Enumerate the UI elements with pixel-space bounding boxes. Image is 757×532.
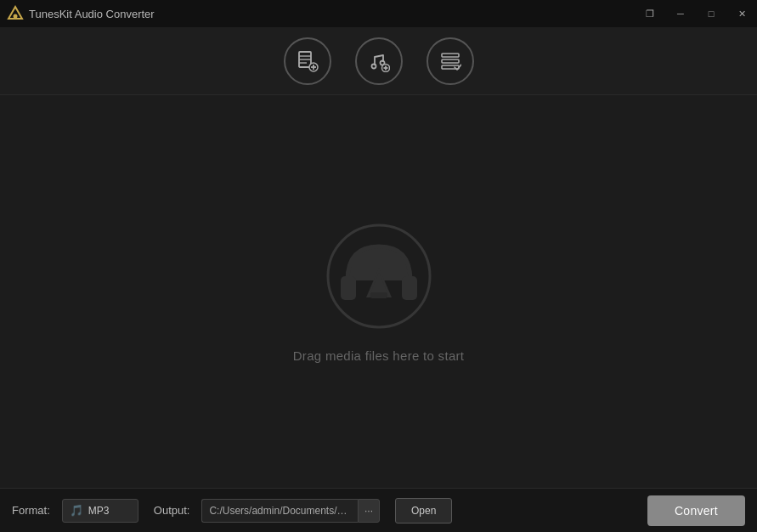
svg-point-1 (14, 14, 18, 19)
output-path-container: ··· (201, 499, 380, 523)
drag-hint-text: Drag media files here to start (293, 348, 465, 363)
format-label: Format: (12, 504, 50, 517)
add-music-button[interactable] (355, 37, 403, 85)
format-list-icon (439, 50, 461, 72)
svg-rect-19 (402, 276, 417, 300)
maximize-window-button[interactable]: □ (696, 0, 726, 27)
app-title: TunesKit Audio Converter (29, 8, 155, 20)
window-controls: ❐ ─ □ ✕ (635, 0, 757, 27)
toolbar (0, 27, 757, 95)
restore-window-button[interactable]: ❐ (635, 0, 665, 27)
app-logo-icon (7, 5, 24, 22)
convert-button[interactable]: Convert (647, 495, 745, 526)
format-list-button[interactable] (427, 37, 474, 85)
titlebar: TunesKit Audio Converter ❐ ─ □ ✕ (0, 0, 757, 27)
svg-rect-14 (442, 54, 459, 57)
add-files-button[interactable] (284, 37, 331, 85)
output-path-input[interactable] (201, 499, 358, 523)
svg-rect-18 (341, 276, 356, 300)
output-browse-button[interactable]: ··· (358, 499, 380, 523)
format-selector[interactable]: 🎵 MP3 (62, 499, 138, 523)
svg-rect-15 (442, 59, 459, 63)
bottom-bar: Format: 🎵 MP3 Output: ··· Open Convert (0, 488, 757, 532)
watermark-logo (324, 221, 434, 331)
minimize-window-button[interactable]: ─ (665, 0, 696, 27)
output-label: Output: (154, 504, 190, 517)
add-music-icon (368, 50, 390, 72)
format-value: MP3 (88, 505, 110, 517)
svg-rect-20 (370, 292, 387, 298)
add-files-icon (297, 50, 319, 72)
format-icon: 🎵 (70, 504, 83, 517)
open-button[interactable]: Open (395, 498, 452, 524)
svg-point-9 (371, 64, 376, 68)
main-drop-area[interactable]: Drag media files here to start (0, 95, 757, 488)
close-window-button[interactable]: ✕ (726, 0, 757, 27)
